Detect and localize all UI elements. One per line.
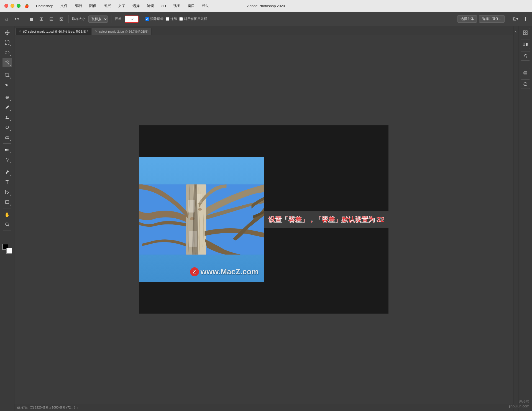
menu-view[interactable]: 视图 — [172, 3, 181, 9]
svg-line-5 — [8, 61, 9, 62]
contiguous-checkbox[interactable]: 连续 — [166, 17, 177, 21]
separator-1 — [24, 15, 24, 23]
select-and-mask-button[interactable]: 选择并遮住... — [479, 15, 505, 23]
quick-selection-tool-icon[interactable]: ✦▾ — [13, 15, 21, 23]
stamp-tool[interactable]: ▸ — [2, 113, 12, 122]
heal-tool[interactable]: ▸ — [2, 93, 12, 102]
rectangle-tool[interactable]: ▸ — [2, 197, 12, 207]
adjustments-icon[interactable] — [521, 51, 530, 61]
marquee-tool[interactable]: ▸ — [2, 38, 12, 47]
svg-line-19 — [8, 171, 9, 172]
eyedropper-tool[interactable] — [2, 80, 12, 90]
sample-size-select[interactable]: 取样点 — [88, 15, 108, 23]
svg-point-26 — [198, 208, 202, 211]
menu-select[interactable]: 选择 — [131, 3, 141, 9]
collapse-arrow: ‹ — [515, 29, 516, 34]
tolerance-label: 容差: — [115, 17, 122, 21]
svg-point-17 — [6, 158, 8, 160]
pen-tool[interactable]: ▸ — [2, 167, 12, 177]
separator-4 — [142, 15, 142, 23]
minimize-button[interactable] — [11, 4, 14, 8]
svg-rect-34 — [523, 43, 525, 46]
sample-size-label: 取样大小: — [72, 17, 86, 21]
svg-point-21 — [6, 223, 8, 226]
color-picker[interactable] — [2, 244, 12, 254]
svg-point-12 — [6, 108, 7, 109]
tab-close-jpg[interactable]: ✕ — [95, 30, 98, 33]
move-tool[interactable] — [2, 28, 12, 37]
background-color[interactable] — [6, 248, 12, 254]
svg-point-37 — [525, 54, 526, 55]
brush-tool[interactable]: ▸ — [2, 103, 12, 112]
home-icon[interactable]: ⌂ — [3, 15, 11, 23]
eraser-tool[interactable]: ▸ — [2, 133, 12, 142]
menu-3d[interactable]: 3D — [160, 3, 167, 9]
svg-rect-29 — [189, 231, 197, 247]
apple-menu[interactable]: 🍎 — [23, 3, 30, 9]
svg-point-1 — [5, 51, 9, 54]
new-selection-icon[interactable]: ◼ — [27, 15, 35, 23]
add-selection-icon[interactable]: ⊞ — [37, 15, 45, 23]
dodge-tool[interactable]: ▸ — [2, 155, 12, 164]
menu-filter[interactable]: 滤镜 — [146, 3, 155, 9]
zoom-tool[interactable] — [2, 220, 12, 229]
magic-wand-tool[interactable]: ▸ — [2, 58, 12, 67]
properties-icon[interactable] — [521, 40, 530, 49]
traffic-lights — [0, 4, 21, 8]
svg-rect-13 — [6, 118, 9, 119]
menu-bar: 🍎 Photoshop 文件 编辑 图像 图层 文字 选择 滤镜 3D 视图 窗… — [23, 3, 210, 9]
arrange-icon[interactable]: ⧉▾ — [511, 15, 519, 23]
anti-alias-checkbox[interactable]: 消除锯齿 — [145, 17, 163, 21]
text-tool[interactable]: T — [2, 177, 12, 187]
tab-label-jpg: select-magic-2.jpg @ 66.7%(RGB/8) — [99, 30, 149, 33]
canvas-image[interactable]: Z www.MacZ.com — [139, 157, 264, 282]
channels-icon[interactable] — [521, 79, 530, 89]
watermark: Z www.MacZ.com — [190, 267, 259, 276]
menu-image[interactable]: 图像 — [88, 3, 98, 9]
separator-3 — [111, 15, 111, 23]
layers-icon[interactable] — [521, 68, 530, 77]
fullscreen-button[interactable] — [17, 4, 21, 8]
select-subject-button[interactable]: 选择主体 — [457, 15, 477, 23]
intersect-selection-icon[interactable]: ⊠ — [57, 15, 65, 23]
caption-text: 设置「容差」，「容差」默认设置为 32 — [268, 215, 384, 224]
svg-point-38 — [526, 56, 527, 58]
canvas-area: ✕ (C) select-magic-1.psd @ 66.7% (tree, … — [14, 26, 513, 411]
subtract-selection-icon[interactable]: ⊟ — [47, 15, 55, 23]
svg-rect-28 — [197, 194, 201, 203]
menu-help[interactable]: 帮助 — [201, 3, 210, 9]
svg-point-36 — [524, 55, 525, 56]
menu-window[interactable]: 窗口 — [186, 3, 196, 9]
tolerance-input[interactable] — [125, 15, 139, 23]
tool-separator-6 — [3, 231, 11, 231]
lasso-tool[interactable]: ▸ — [2, 48, 12, 57]
hand-tool[interactable]: ✋ — [2, 210, 12, 219]
right-panel-toggle[interactable]: ‹ — [513, 26, 518, 411]
caption-area: 设置「容差」，「容差」默认设置为 32 — [264, 211, 388, 228]
menu-text[interactable]: 文字 — [117, 3, 126, 9]
history-tool[interactable]: ▸ — [2, 123, 12, 132]
svg-rect-31 — [526, 31, 527, 32]
canvas-viewport: Z www.MacZ.com 设置「容差」，「容差」默认设置为 32 — [14, 35, 513, 404]
libraries-icon[interactable] — [521, 28, 530, 37]
crop-tool[interactable]: ▸ — [2, 70, 12, 80]
more-tools[interactable]: ··· — [2, 232, 12, 242]
separator-5 — [508, 15, 508, 23]
separator-2 — [68, 15, 69, 23]
menu-edit[interactable]: 编辑 — [74, 3, 83, 9]
status-bar: 66.67% (C) 1920 像素 x 1080 像素 (72... ) › — [14, 404, 513, 411]
tab-close-psd[interactable]: ✕ — [19, 30, 21, 33]
svg-rect-40 — [524, 72, 527, 73]
menu-layer[interactable]: 图层 — [103, 3, 112, 9]
svg-rect-30 — [523, 31, 525, 32]
share-icon[interactable]: ⬆ — [521, 15, 529, 23]
menu-photoshop[interactable]: Photoshop — [35, 3, 54, 9]
menu-file[interactable]: 文件 — [59, 3, 69, 9]
tab-jpg[interactable]: ✕ select-magic-2.jpg @ 66.7%(RGB/8) — [92, 28, 152, 35]
close-button[interactable] — [4, 4, 8, 8]
path-selection-tool[interactable]: ▸ — [2, 187, 12, 197]
tab-psd[interactable]: ✕ (C) select-magic-1.psd @ 66.7% (tree, … — [16, 28, 91, 35]
svg-rect-0 — [5, 41, 9, 45]
sample-all-layers-checkbox[interactable]: 对所有图层取样 — [179, 17, 207, 21]
gradient-tool[interactable]: ▸ — [2, 145, 12, 154]
